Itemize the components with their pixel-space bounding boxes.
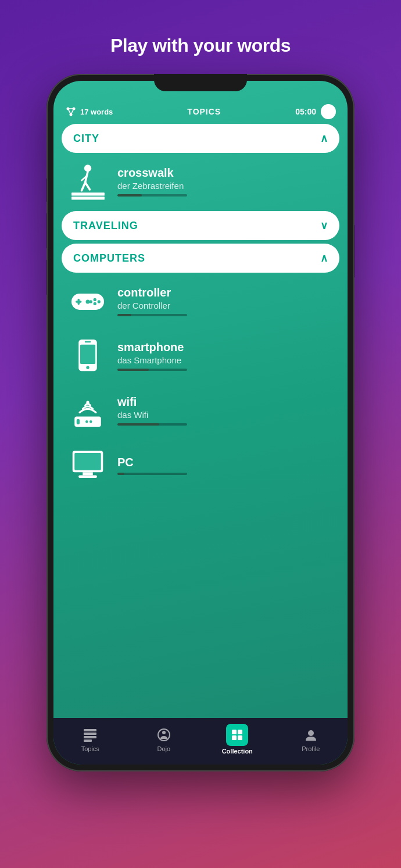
collection-nav-icon-bg <box>226 724 248 746</box>
crosswalk-icon <box>67 161 108 202</box>
pc-info: PC <box>117 456 187 475</box>
svg-rect-40 <box>232 730 237 734</box>
svg-point-24 <box>86 366 89 369</box>
page-headline: Play with your words <box>110 35 291 56</box>
pc-icon <box>67 445 108 485</box>
category-city[interactable]: CITY ∧ <box>62 124 339 153</box>
svg-point-44 <box>308 730 314 736</box>
svg-rect-34 <box>84 729 96 731</box>
category-city-label: CITY <box>73 133 99 145</box>
app-logo-icon <box>65 106 77 117</box>
category-traveling-chevron: ∨ <box>320 219 328 232</box>
crosswalk-german: der Zebrastreifen <box>117 181 187 191</box>
controller-icon <box>67 281 108 322</box>
category-computers[interactable]: COMPUTERS ∧ <box>62 244 339 273</box>
svg-point-17 <box>98 300 101 303</box>
svg-rect-41 <box>238 730 242 734</box>
phone-screen: 17 words TOPICS 05:00 CITY ∧ <box>53 81 348 765</box>
profile-nav-icon <box>302 726 320 744</box>
category-computers-chevron: ∧ <box>320 252 328 265</box>
silent-button <box>46 260 47 295</box>
category-traveling-label: TRAVELING <box>73 220 138 232</box>
category-computers-label: COMPUTERS <box>73 252 145 265</box>
controller-progress <box>117 314 187 316</box>
svg-rect-11 <box>71 192 105 195</box>
nav-item-topics[interactable]: Topics <box>53 726 127 752</box>
controller-english: controller <box>117 286 187 299</box>
svg-rect-37 <box>84 740 92 742</box>
screen-title: TOPICS <box>187 107 221 116</box>
svg-rect-23 <box>85 341 91 343</box>
svg-point-39 <box>162 731 166 734</box>
smartphone-info: smartphone das Smartphone <box>117 341 187 371</box>
pc-progress <box>117 473 187 475</box>
svg-line-4 <box>68 109 71 115</box>
svg-rect-31 <box>74 453 101 470</box>
svg-point-28 <box>89 420 92 423</box>
category-city-chevron: ∧ <box>320 132 328 145</box>
svg-rect-42 <box>232 735 237 740</box>
wifi-english: wifi <box>117 395 187 409</box>
svg-rect-26 <box>77 419 80 424</box>
topics-list: CITY ∧ <box>53 124 348 718</box>
svg-line-5 <box>71 109 74 115</box>
phone-notch <box>154 74 247 91</box>
words-count: 17 words <box>80 108 113 116</box>
svg-point-27 <box>85 420 88 423</box>
word-item-pc[interactable]: PC <box>62 440 339 491</box>
svg-rect-33 <box>78 476 97 478</box>
word-item-crosswalk[interactable]: crosswalk der Zebrastreifen <box>62 156 339 208</box>
word-item-wifi[interactable]: wifi das Wifi <box>62 385 339 437</box>
svg-line-9 <box>82 183 85 191</box>
svg-point-18 <box>94 302 96 305</box>
crosswalk-english: crosswalk <box>117 166 187 180</box>
wifi-german: das Wifi <box>117 410 187 420</box>
wifi-progress <box>117 423 187 426</box>
svg-rect-22 <box>80 345 95 364</box>
word-item-smartphone[interactable]: smartphone das Smartphone <box>62 331 339 382</box>
svg-point-6 <box>84 165 91 172</box>
svg-point-29 <box>86 401 89 403</box>
status-left: 17 words <box>65 106 113 117</box>
nav-item-collection[interactable]: Collection <box>201 724 274 755</box>
dojo-nav-icon <box>155 726 173 744</box>
crosswalk-progress <box>117 194 187 197</box>
word-item-controller[interactable]: controller der Controller <box>62 276 339 327</box>
smartphone-icon <box>67 335 108 376</box>
svg-rect-43 <box>238 735 242 740</box>
wifi-info: wifi das Wifi <box>117 395 187 426</box>
timer-circle <box>321 104 336 119</box>
smartphone-english: smartphone <box>117 341 187 354</box>
svg-rect-32 <box>83 472 93 475</box>
volume-down-button <box>46 213 47 248</box>
topics-nav-icon <box>81 726 99 744</box>
svg-line-10 <box>85 183 90 190</box>
crosswalk-info: crosswalk der Zebrastreifen <box>117 166 187 197</box>
smartphone-progress <box>117 369 187 371</box>
topics-nav-label: Topics <box>81 745 99 752</box>
collection-nav-label: Collection <box>222 748 253 755</box>
svg-rect-36 <box>84 736 96 738</box>
svg-point-16 <box>94 298 96 301</box>
dojo-nav-label: Dojo <box>157 745 170 752</box>
category-traveling[interactable]: TRAVELING ∨ <box>62 211 339 240</box>
svg-rect-35 <box>84 733 96 735</box>
profile-nav-label: Profile <box>302 745 320 752</box>
controller-german: der Controller <box>117 301 187 310</box>
timer: 05:00 <box>295 107 316 116</box>
pc-english: PC <box>117 456 187 469</box>
smartphone-german: das Smartphone <box>117 355 187 365</box>
svg-point-20 <box>86 299 90 303</box>
nav-item-profile[interactable]: Profile <box>274 726 348 752</box>
status-right: 05:00 <box>295 104 336 119</box>
bottom-navigation: Topics Dojo <box>53 718 348 765</box>
svg-rect-12 <box>71 197 105 199</box>
controller-info: controller der Controller <box>117 286 187 316</box>
wifi-icon <box>67 390 108 431</box>
power-button <box>354 225 355 277</box>
nav-item-dojo[interactable]: Dojo <box>127 726 201 752</box>
phone-frame: 17 words TOPICS 05:00 CITY ∧ <box>46 74 355 771</box>
svg-rect-15 <box>76 301 82 303</box>
volume-up-button <box>46 178 47 202</box>
